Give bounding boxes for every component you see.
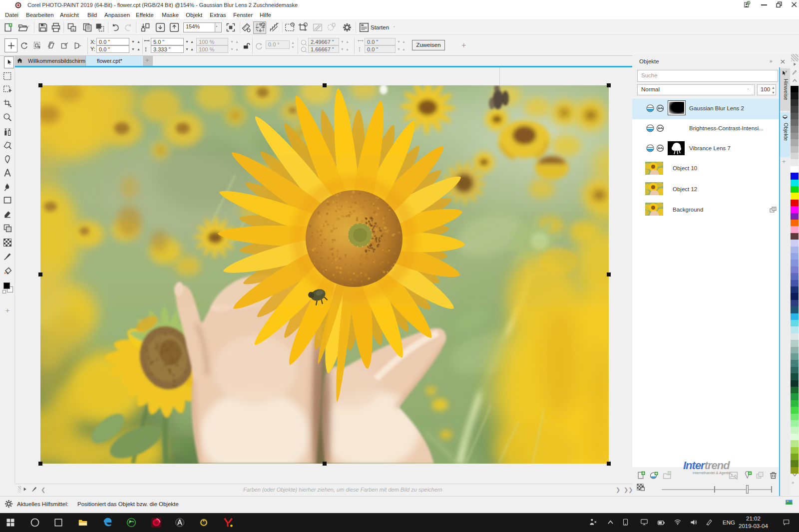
svg-text:?: ? (786, 70, 788, 73)
